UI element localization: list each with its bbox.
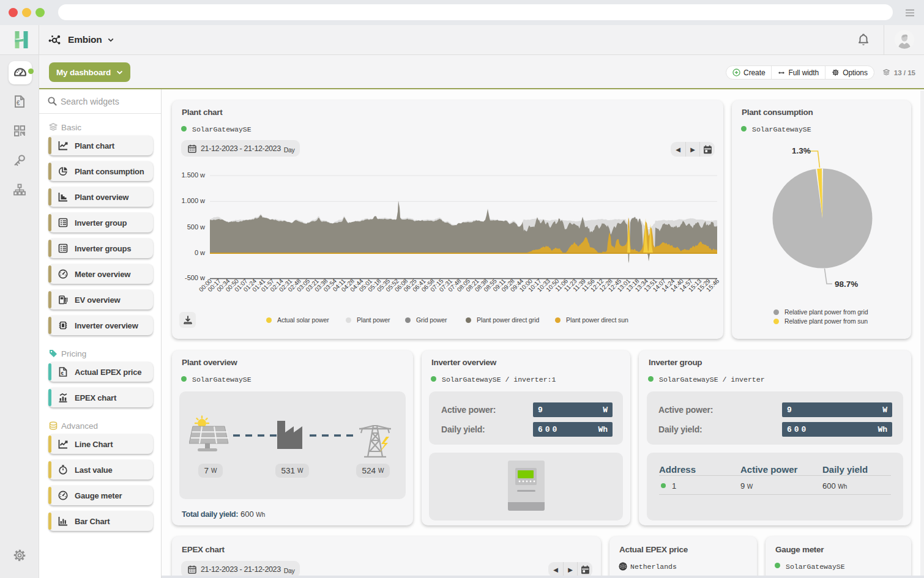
svg-text:1.3%: 1.3% — [792, 146, 811, 155]
svg-text:98.7%: 98.7% — [835, 280, 858, 289]
svg-text:€: € — [17, 100, 20, 106]
svg-text:€: € — [61, 371, 64, 376]
